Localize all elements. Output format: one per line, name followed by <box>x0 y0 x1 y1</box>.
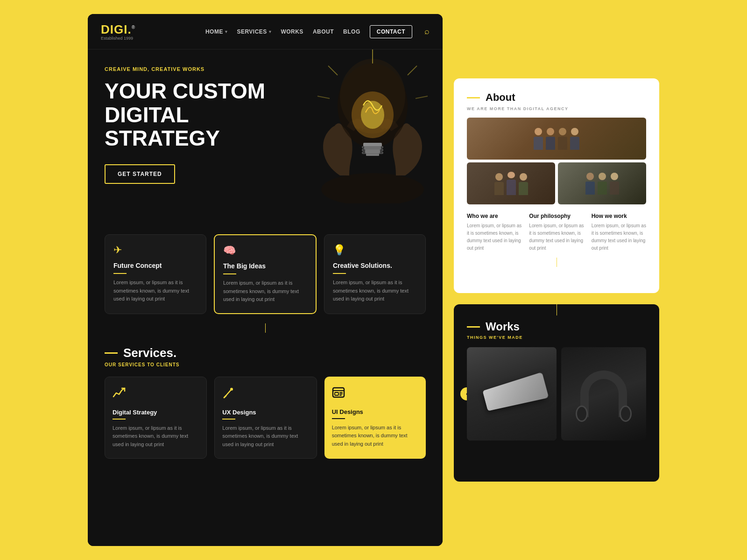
about-info-cols: Who we are Lorem ipsum, or lipsum as it … <box>467 213 646 252</box>
service-card-1: UX Designs Lorem ipsum, or lipsum as it … <box>214 377 317 459</box>
keyboard-shape <box>482 372 549 411</box>
feature-card-1: 🧠 The Big Ideas Lorem ipsum, or lipsum a… <box>214 234 317 314</box>
about-col-how-title: How we work <box>592 213 646 219</box>
works-item-headphones <box>561 347 646 441</box>
about-connector <box>467 258 646 267</box>
svg-rect-5 <box>363 143 382 147</box>
feature-card-title-1: The Big Ideas <box>223 262 307 270</box>
about-col-philosophy-text: Lorem ipsum, or lipsum as it is sometime… <box>529 222 584 252</box>
navbar: DIGI.® Established 1999 HOME ▾ SERVICES … <box>88 14 443 49</box>
about-col-philosophy-title: Our philosophy <box>529 213 584 219</box>
nav-blog[interactable]: BLOG <box>343 28 360 35</box>
logo-title: DIGI.® <box>101 22 135 37</box>
hero-section: CREAIVE MIND, CREATIVE WORKS YOUR CUSTOM… <box>88 49 443 227</box>
about-panel: About WE ARE MORE THAN DIGITAL AGENCY <box>454 78 659 293</box>
services-title: Services. <box>123 346 176 360</box>
service-card-divider-0 <box>113 419 126 420</box>
about-col-who-text: Lorem ipsum, or lipsum as it is sometime… <box>467 222 521 252</box>
about-image-row-bottom <box>467 162 646 204</box>
hero-title-line1: YOUR CUSTOM <box>105 79 282 103</box>
about-header: About <box>467 91 646 104</box>
works-top-line <box>557 304 557 315</box>
ui-designs-icon <box>332 386 418 402</box>
works-item-keyboard <box>467 347 557 441</box>
about-col-philosophy: Our philosophy Lorem ipsum, or lipsum as… <box>529 213 584 252</box>
service-card-text-0: Lorem ipsum, or lipsum as it is sometime… <box>113 424 199 449</box>
svg-line-13 <box>328 66 338 75</box>
nav-about[interactable]: ABOUT <box>313 28 334 35</box>
about-subtitle: WE ARE MORE THAN DIGITAL AGENCY <box>467 106 646 111</box>
svg-rect-22 <box>335 392 338 395</box>
creative-solutions-icon: 💡 <box>333 244 417 256</box>
about-col-who: Who we are Lorem ipsum, or lipsum as it … <box>467 213 521 252</box>
service-card-2: UI Designs Lorem ipsum, or lipsum as it … <box>324 377 426 459</box>
about-images <box>467 118 646 204</box>
service-card-divider-1 <box>222 419 235 420</box>
home-arrow: ▾ <box>225 29 228 34</box>
hero-cta-button[interactable]: GET STARTED <box>105 164 175 184</box>
about-image-row-top <box>467 118 646 160</box>
svg-point-18 <box>230 388 233 391</box>
hero-title-line2: DIGITAL STRATEGY <box>105 103 282 150</box>
headphone-cup-left <box>576 406 588 422</box>
works-dash <box>467 326 480 328</box>
svg-point-0 <box>321 173 424 203</box>
nav-services[interactable]: SERVICES ▾ <box>237 28 271 35</box>
about-col-who-title: Who we are <box>467 213 521 219</box>
nav-home[interactable]: HOME ▾ <box>205 28 228 35</box>
search-icon[interactable]: ⌕ <box>424 27 430 36</box>
service-card-title-2: UI Designs <box>332 408 418 415</box>
svg-rect-7 <box>365 150 380 153</box>
feature-card-divider-1 <box>223 273 236 274</box>
about-col-how-text: Lorem ipsum, or lipsum as it is sometime… <box>592 222 646 252</box>
services-subtitle: OUR SERVICES TO CLIENTS <box>105 362 426 367</box>
works-subtitle: THINGS WE'VE MADE <box>467 335 646 340</box>
hero-title: YOUR CUSTOM DIGITAL STRATEGY <box>105 79 282 150</box>
logo-text: DIGI <box>101 22 127 36</box>
svg-line-16 <box>416 96 428 98</box>
feature-card-2: 💡 Creative Solutions. Lorem ipsum, or li… <box>324 234 426 314</box>
works-title: Works <box>486 320 520 333</box>
services-arrow: ▾ <box>269 29 272 34</box>
svg-line-14 <box>408 66 417 75</box>
about-connector-line <box>557 258 557 267</box>
service-card-text-2: Lorem ipsum, or lipsum as it is sometime… <box>332 424 418 448</box>
hero-bulb-image <box>312 49 433 203</box>
feature-card-divider-0 <box>113 273 127 274</box>
nav-contact-button[interactable]: CONTACT <box>370 25 412 38</box>
services-header: Services. <box>105 346 426 360</box>
service-card-text-1: Lorem ipsum, or lipsum as it is sometime… <box>222 424 309 449</box>
works-header: Works <box>467 320 646 333</box>
feature-card-title-0: Future Concept <box>113 262 197 269</box>
logo-trademark: ® <box>132 25 135 30</box>
service-card-divider-2 <box>332 418 345 419</box>
feature-cards-section: ✈ Future Concept Lorem ipsum, or lipsum … <box>88 227 443 323</box>
ux-designs-icon <box>222 386 309 402</box>
about-title: About <box>486 91 515 104</box>
big-ideas-icon: 🧠 <box>223 245 307 257</box>
about-image-top <box>467 118 646 160</box>
feature-card-divider-2 <box>333 273 346 274</box>
services-section: Services. OUR SERVICES TO CLIENTS Digita… <box>88 336 443 546</box>
nav-links: HOME ▾ SERVICES ▾ WORKS ABOUT BLOG CONTA… <box>205 25 430 38</box>
svg-line-15 <box>317 96 330 98</box>
services-dash <box>105 352 118 354</box>
about-image-bottom-left <box>467 162 555 204</box>
svg-line-19 <box>224 396 226 398</box>
logo-area: DIGI.® Established 1999 <box>101 22 135 41</box>
nav-works[interactable]: WORKS <box>281 28 303 35</box>
right-panels: About WE ARE MORE THAN DIGITAL AGENCY <box>454 78 659 482</box>
about-dash <box>467 97 480 98</box>
works-panel: Works THINGS WE'VE MADE ‹ <box>454 304 659 482</box>
headphone-shape <box>580 371 627 417</box>
about-col-how: How we work Lorem ipsum, or lipsum as it… <box>592 213 646 252</box>
works-top-connector <box>467 304 646 315</box>
service-card-0: Digital Strategy Lorem ipsum, or lipsum … <box>105 377 207 459</box>
logo-dot: . <box>127 22 131 36</box>
left-panel: DIGI.® Established 1999 HOME ▾ SERVICES … <box>88 14 443 546</box>
feature-card-text-0: Lorem ipsum, or lipsum as it is sometime… <box>113 279 197 303</box>
service-card-title-1: UX Designs <box>222 409 309 416</box>
headphone-cup-right <box>620 406 632 422</box>
feature-card-title-2: Creative Solutions. <box>333 262 417 269</box>
about-image-bottom-right <box>558 162 646 204</box>
